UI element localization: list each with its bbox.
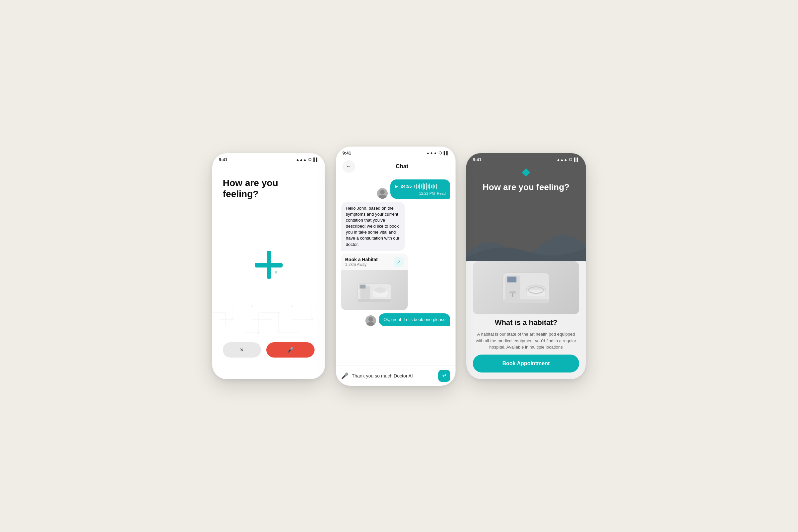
wave-bar xyxy=(414,185,415,188)
audio-read-status: Read xyxy=(437,191,446,195)
send-icon: ↵ xyxy=(442,373,447,379)
what-is-habitat-title: What is a habitat? xyxy=(473,318,579,327)
audio-timestamp: 12:22 PM xyxy=(419,191,435,195)
waveform xyxy=(414,183,446,190)
wave-bar xyxy=(434,185,435,188)
status-icons-2: ▲▲▲ ⬡ ▌▌ xyxy=(426,151,449,155)
status-bar-1: 9:41 ▲▲▲ ⬡ ▌▌ xyxy=(212,153,325,164)
received-message-group: Hello John, based on the symptoms and yo… xyxy=(341,202,426,310)
back-icon: ← xyxy=(346,164,351,169)
habitat-link-button[interactable]: ↗ xyxy=(394,257,404,267)
habitat-card-info: Book a Habitat 1.2km Away xyxy=(345,257,378,267)
wave-bar xyxy=(428,185,429,188)
svg-rect-17 xyxy=(358,299,391,302)
plus-logo-icon xyxy=(252,248,285,282)
audio-message-row: ▶ 24:55 xyxy=(341,179,450,199)
wave-bar xyxy=(423,183,424,190)
wave-bar xyxy=(436,184,437,189)
audio-duration: 24:55 xyxy=(401,184,412,189)
user-avatar xyxy=(377,188,388,199)
phone3-title: How are you feeling? xyxy=(473,182,579,192)
wave-bar xyxy=(429,184,430,189)
received-message-row: Hello John, based on the symptoms and yo… xyxy=(341,202,450,310)
mic-icon-input: 🎤 xyxy=(341,372,349,379)
app-scene: 9:41 ▲▲▲ ⬡ ▌▌ How are you feeling? xyxy=(200,147,598,386)
wave-bar xyxy=(419,184,420,189)
battery-icon-2: ▌▌ xyxy=(444,151,449,155)
audio-meta: 12:22 PM Read xyxy=(395,191,446,195)
cancel-button[interactable]: ✕ xyxy=(223,342,261,358)
chat-header: ← Chat xyxy=(336,157,456,177)
received-bubble: Hello John, based on the symptoms and yo… xyxy=(341,202,405,251)
chat-messages: ▶ 24:55 xyxy=(336,177,456,365)
habitat-card[interactable]: Book a Habitat 1.2km Away ↗ xyxy=(341,253,408,310)
status-bar-2: 9:41 ▲▲▲ ⬡ ▌▌ xyxy=(336,147,456,157)
back-button[interactable]: ← xyxy=(342,160,355,173)
external-link-icon: ↗ xyxy=(397,259,401,265)
battery-icon-3: ▌▌ xyxy=(574,157,579,162)
chat-title: Chat xyxy=(355,163,449,170)
status-time-3: 9:41 xyxy=(473,157,481,162)
wave-bar xyxy=(424,184,425,189)
svg-point-14 xyxy=(374,287,386,293)
wave-bar xyxy=(431,185,432,188)
svg-point-9 xyxy=(380,190,385,194)
svg-point-2 xyxy=(275,271,277,273)
chat-input-field[interactable] xyxy=(352,373,435,379)
mic-icon: 🎤 xyxy=(287,347,294,353)
habitat-pod-large-icon xyxy=(499,266,553,309)
chat-input-bar: 🎤 ↵ xyxy=(336,365,456,386)
status-icons-3: ▲▲▲ ⬡ ▌▌ xyxy=(557,157,579,162)
habitat-card-title: Book a Habitat xyxy=(345,257,378,262)
phone3-top-section: How are you feeling? xyxy=(466,164,586,262)
wave-bar xyxy=(417,185,419,188)
phone1-content: How are you feeling? xyxy=(212,164,325,374)
user-avatar-2 xyxy=(366,315,376,326)
battery-icon: ▌▌ xyxy=(313,157,318,162)
audio-bubble: ▶ 24:55 xyxy=(390,179,450,199)
phone-3: 9:41 ▲▲▲ ⬡ ▌▌ How are you feeling? xyxy=(466,153,586,379)
svg-rect-23 xyxy=(507,277,516,282)
habitat-card-header: Book a Habitat 1.2km Away ↗ xyxy=(341,253,408,270)
habitat-card-distance: 1.2km Away xyxy=(345,262,378,267)
phone-1: 9:41 ▲▲▲ ⬡ ▌▌ How are you feeling? xyxy=(212,153,325,379)
wave-bar xyxy=(416,184,417,189)
send-button[interactable]: ↵ xyxy=(438,370,450,382)
play-icon[interactable]: ▶ xyxy=(395,184,398,189)
sent-bubble: Ok, great. Let's book one please xyxy=(379,314,450,326)
audio-top: ▶ 24:55 xyxy=(395,183,446,190)
book-appointment-button[interactable]: Book Appointment xyxy=(473,355,579,373)
svg-rect-1 xyxy=(267,251,271,279)
sent-message-row: Ok, great. Let's book one please xyxy=(341,314,450,326)
wifi-icon-3: ⬡ xyxy=(569,157,572,162)
status-bar-3: 9:41 ▲▲▲ ⬡ ▌▌ xyxy=(466,153,586,164)
wifi-icon: ⬡ xyxy=(308,157,312,162)
wifi-icon-2: ⬡ xyxy=(439,151,442,155)
svg-point-10 xyxy=(378,195,386,199)
habitat-card-image xyxy=(341,270,408,310)
svg-point-18 xyxy=(368,317,373,322)
mic-button[interactable]: 🎤 xyxy=(266,342,315,358)
pod-illustration xyxy=(354,275,394,305)
wave-bar xyxy=(426,183,427,190)
wave-decoration xyxy=(466,228,586,261)
phone3-bottom-section: What is a habitat? A habitat is our stat… xyxy=(466,254,586,379)
phone-2: 9:41 ▲▲▲ ⬡ ▌▌ ← Chat ▶ 24:55 xyxy=(336,147,456,386)
signal-icon-3: ▲▲▲ xyxy=(557,157,568,162)
status-time-2: 9:41 xyxy=(342,151,351,155)
wave-bar xyxy=(432,184,433,189)
phone1-logo-area xyxy=(223,193,315,337)
svg-rect-27 xyxy=(509,291,516,293)
svg-rect-16 xyxy=(360,285,366,288)
signal-icon: ▲▲▲ xyxy=(296,157,307,162)
habitat-large-image xyxy=(473,261,579,315)
diamond-decoration xyxy=(522,168,530,176)
phone1-bottom-bar: ✕ 🎤 xyxy=(223,337,315,365)
habitat-description: A habitat is our state of the art health… xyxy=(473,331,579,350)
wave-bar xyxy=(421,185,422,188)
signal-icon-2: ▲▲▲ xyxy=(426,151,437,155)
status-icons-1: ▲▲▲ ⬡ ▌▌ xyxy=(296,157,318,162)
svg-rect-28 xyxy=(512,293,513,297)
svg-point-19 xyxy=(367,322,375,326)
svg-rect-29 xyxy=(503,299,549,303)
